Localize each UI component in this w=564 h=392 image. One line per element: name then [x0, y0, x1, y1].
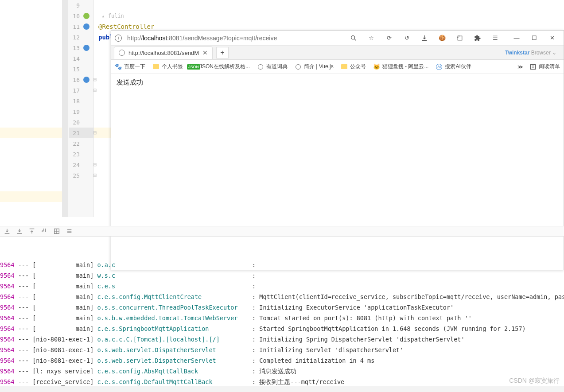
bean-icon[interactable] — [83, 23, 89, 30]
svg-rect-2 — [458, 36, 462, 40]
fold-marker-icon[interactable]: ⊟ — [93, 88, 97, 93]
gutter-line[interactable]: 9 — [69, 0, 96, 11]
line-number: 14 — [69, 55, 81, 62]
site-info-icon[interactable]: i — [115, 35, 122, 42]
line-number: 23 — [69, 151, 81, 158]
fold-marker-icon[interactable]: ⊟ — [93, 173, 97, 178]
export-down-icon-2[interactable] — [16, 228, 23, 235]
spring-icon[interactable] — [83, 13, 89, 19]
bookmark-item[interactable]: 有道词典 — [257, 63, 288, 70]
log-line: 9564 --- [ main] c.e.s.SpringbootMqttApp… — [0, 323, 564, 334]
gutter-line[interactable]: 12 — [69, 32, 96, 43]
response-text: 发送成功 — [117, 78, 143, 86]
bookmark-label: 搜索AI伙伴 — [445, 63, 471, 70]
gutter-line[interactable]: 11 — [69, 21, 96, 32]
log-line: 9564 --- [nio-8081-exec-1] o.s.web.servl… — [0, 355, 564, 366]
gutter-line[interactable]: 24 — [69, 159, 96, 170]
bookmark-item[interactable]: 🐾百度一下 — [115, 63, 145, 70]
line-number: 16 — [69, 77, 81, 83]
line-number: 18 — [69, 98, 81, 105]
bookmark-label: 百度一下 — [124, 63, 145, 70]
gutter-line[interactable]: 18 — [69, 96, 96, 106]
globe-icon — [257, 63, 264, 70]
export-down-icon[interactable] — [4, 228, 11, 235]
bookmark-item[interactable]: 公众号 — [341, 63, 366, 70]
bean-icon[interactable] — [83, 77, 89, 83]
log-line: 9564 --- [nio-8081-exec-1] o.a.c.c.C.[To… — [0, 334, 564, 345]
new-tab-button[interactable]: + — [216, 47, 229, 58]
gutter-line[interactable]: 13 — [69, 43, 96, 53]
globe-icon — [119, 50, 125, 56]
gutter-line[interactable]: 20 — [69, 117, 96, 128]
bookmark-overflow-icon[interactable]: ≫ — [517, 64, 523, 70]
bookmark-item[interactable]: 个人书签 — [152, 63, 183, 70]
line-number: 13 — [69, 45, 81, 51]
gutter-line[interactable]: 23 — [69, 149, 96, 159]
line-number: 17 — [69, 87, 81, 94]
maximize-icon[interactable]: ☐ — [529, 33, 540, 43]
menu-icon[interactable]: ☰ — [490, 33, 501, 43]
export-up-icon[interactable] — [28, 228, 35, 235]
fold-marker-icon[interactable]: ⊟ — [93, 130, 97, 135]
ai-icon: AI — [436, 63, 443, 70]
cat-icon: 🐱 — [373, 63, 380, 70]
line-number: 22 — [69, 140, 81, 147]
author-hint: ▴ fulin — [97, 11, 564, 21]
screenshot-icon[interactable] — [455, 33, 465, 43]
gutter-line[interactable]: 14 — [69, 53, 96, 64]
line-number: 19 — [69, 109, 81, 115]
tab-close-icon[interactable]: ✕ — [202, 49, 208, 56]
watermark: CSDN @寂寞旅行 — [509, 377, 560, 385]
line-number: 20 — [69, 119, 81, 126]
line-number: 25 — [69, 172, 81, 179]
fold-marker-icon[interactable]: ⊟ — [93, 162, 97, 167]
tab-title: http://localhost:8081/sendM — [128, 50, 199, 56]
globe-icon — [295, 63, 302, 70]
svg-line-1 — [354, 39, 356, 40]
reading-list-button[interactable]: 阅读清单 — [529, 63, 560, 70]
log-line: 9564 --- [ main] o.a.c : — [0, 260, 564, 270]
line-number: 21 — [69, 130, 81, 136]
gutter-line[interactable]: 15 — [69, 64, 96, 74]
folder-icon — [341, 63, 348, 70]
gutter-line[interactable]: 22 — [69, 138, 96, 149]
table-icon[interactable] — [53, 228, 60, 235]
gutter-line[interactable]: 17 — [69, 85, 96, 96]
browser-tab[interactable]: http://localhost:8081/sendM ✕ — [114, 47, 213, 59]
gutter-line[interactable]: 25 — [69, 170, 96, 181]
star-icon[interactable]: ☆ — [366, 33, 377, 43]
fold-marker-icon[interactable]: ⊟ — [93, 77, 97, 82]
close-window-icon[interactable]: ✕ — [547, 33, 557, 43]
log-line: 9564 --- [nio-8081-exec-1] o.s.web.servl… — [0, 345, 564, 355]
gutter-line[interactable]: 21 — [69, 128, 96, 138]
cookie-icon[interactable]: 🍪 — [437, 33, 447, 43]
json-icon: JSON — [190, 63, 197, 70]
minimize-icon[interactable]: — — [511, 33, 522, 43]
address-bar[interactable]: http://localhost:8081/sendMessage?topic=… — [127, 35, 344, 42]
bookmark-item[interactable]: AI搜索AI伙伴 — [436, 63, 471, 70]
log-line: 9564 --- [ main] o.s.s.concurrent.Thread… — [0, 302, 564, 313]
download-icon[interactable] — [419, 33, 430, 43]
zoom-icon[interactable] — [348, 33, 359, 43]
soft-wrap-icon[interactable]: ↲I — [41, 228, 48, 235]
line-number: 9 — [69, 2, 81, 9]
bookmark-item[interactable]: 🐱猫狸盘搜 - 阿里云... — [373, 63, 429, 70]
history-icon[interactable]: ↺ — [401, 33, 412, 43]
bookmark-item[interactable]: 简介 | Vue.js — [295, 63, 334, 70]
bean-icon[interactable] — [83, 45, 89, 51]
reload-icon[interactable]: ⟳ — [384, 33, 394, 43]
bookmark-label: 个人书签 — [162, 63, 183, 70]
extensions-icon[interactable] — [472, 33, 483, 43]
log-line: 9564 --- [ main] o.s.b.w.embedded.tomcat… — [0, 313, 564, 323]
annotation-text: @RestController — [98, 23, 154, 30]
gutter-line[interactable]: 10 — [69, 11, 96, 21]
bookmark-label: 猫狸盘搜 - 阿里云... — [382, 63, 429, 70]
bookmark-item[interactable]: JSONJSON在线解析及格... — [190, 63, 250, 70]
console-log[interactable]: 9564 --- [ main] o.a.c : 9564 --- [ main… — [0, 237, 564, 386]
browser-toolbar: i http://localhost:8081/sendMessage?topi… — [111, 31, 564, 46]
gutter-line[interactable]: 16 — [69, 74, 96, 85]
status-bar — [0, 386, 564, 392]
gutter-line[interactable]: 19 — [69, 106, 96, 117]
bookmark-label: 公众号 — [350, 63, 366, 70]
list-icon[interactable] — [66, 228, 73, 235]
